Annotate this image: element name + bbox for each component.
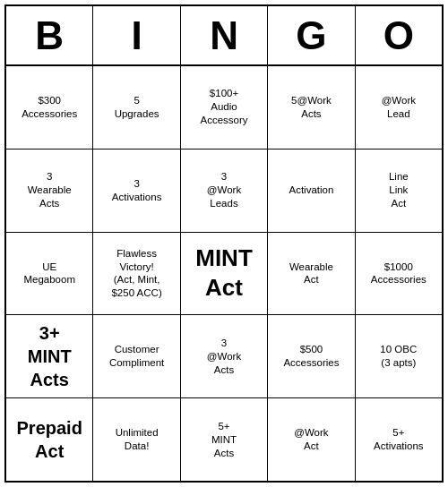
- bingo-cell-4-4: 5+ Activations: [356, 398, 442, 481]
- bingo-row-1: 3 Wearable Acts3 Activations3 @Work Lead…: [6, 150, 442, 233]
- bingo-cell-0-4: @Work Lead: [356, 66, 442, 149]
- bingo-cell-1-2: 3 @Work Leads: [181, 150, 268, 232]
- header-letter: B: [6, 6, 93, 64]
- bingo-cell-0-2: $100+ Audio Accessory: [181, 66, 268, 149]
- bingo-cell-1-0: 3 Wearable Acts: [6, 150, 93, 232]
- header-letter: G: [268, 6, 355, 64]
- bingo-cell-0-1: 5 Upgrades: [93, 66, 180, 149]
- bingo-cell-4-1: Unlimited Data!: [93, 398, 180, 481]
- bingo-cell-1-1: 3 Activations: [93, 150, 180, 232]
- bingo-row-0: $300 Accessories5 Upgrades$100+ Audio Ac…: [6, 66, 442, 150]
- bingo-row-4: Prepaid ActUnlimited Data!5+ MINT Acts@W…: [6, 398, 442, 481]
- bingo-cell-4-2: 5+ MINT Acts: [181, 398, 268, 481]
- bingo-cell-2-0: UE Megaboom: [6, 233, 93, 315]
- bingo-cell-0-3: 5@Work Acts: [268, 66, 355, 149]
- bingo-cell-4-0: Prepaid Act: [6, 398, 93, 481]
- bingo-header: BINGO: [6, 6, 442, 66]
- bingo-cell-1-3: Activation: [268, 150, 355, 232]
- bingo-cell-3-4: 10 OBC (3 apts): [356, 315, 442, 397]
- header-letter: I: [93, 6, 180, 64]
- bingo-cell-2-1: Flawless Victory! (Act, Mint, $250 ACC): [93, 233, 180, 315]
- header-letter: O: [356, 6, 442, 64]
- bingo-cell-2-4: $1000 Accessories: [356, 233, 442, 315]
- bingo-cell-4-3: @Work Act: [268, 398, 355, 481]
- bingo-cell-2-3: Wearable Act: [268, 233, 355, 315]
- bingo-cell-3-2: 3 @Work Acts: [181, 315, 268, 397]
- bingo-cell-0-0: $300 Accessories: [6, 66, 93, 149]
- bingo-row-3: 3+ MINT ActsCustomer Compliment3 @Work A…: [6, 315, 442, 398]
- bingo-cell-2-2: MINT Act: [181, 233, 268, 315]
- bingo-row-2: UE MegaboomFlawless Victory! (Act, Mint,…: [6, 233, 442, 316]
- header-letter: N: [181, 6, 268, 64]
- bingo-body: $300 Accessories5 Upgrades$100+ Audio Ac…: [6, 66, 442, 481]
- bingo-card: BINGO $300 Accessories5 Upgrades$100+ Au…: [4, 4, 444, 483]
- bingo-cell-3-3: $500 Accessories: [268, 315, 355, 397]
- bingo-cell-3-0: 3+ MINT Acts: [6, 315, 93, 397]
- bingo-cell-1-4: Line Link Act: [356, 150, 442, 232]
- bingo-cell-3-1: Customer Compliment: [93, 315, 180, 397]
